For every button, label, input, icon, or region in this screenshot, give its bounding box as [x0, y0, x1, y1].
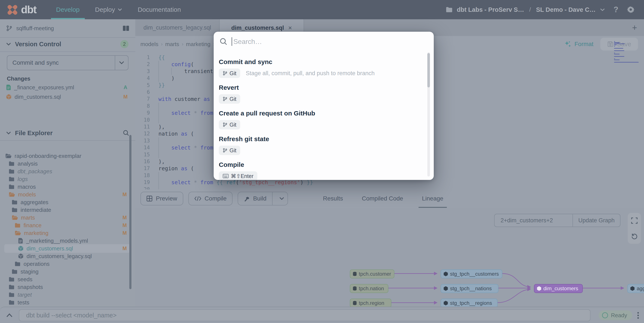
code-token: as — [181, 131, 187, 137]
folder-open-icon — [8, 192, 15, 197]
dbt-logo[interactable]: dbt — [7, 4, 36, 16]
command-placeholder: dbt build --select <model_name> — [26, 312, 116, 319]
lineage-node-stg-tpch-customers[interactable]: stg_tpch__customers — [440, 269, 502, 278]
tree-folder-finance[interactable]: financeM — [0, 221, 135, 229]
changed-file-row[interactable]: _finance_exposures.ymlA — [6, 83, 128, 92]
palette-scrollbar-thumb[interactable] — [427, 53, 430, 87]
tree-folder-seeds[interactable]: seeds — [0, 275, 135, 283]
breadcrumb-item[interactable]: marts — [165, 41, 179, 48]
chevron-down-icon[interactable] — [600, 8, 605, 11]
help-icon[interactable]: ? — [614, 5, 618, 14]
build-options-dropdown[interactable] — [276, 192, 288, 205]
code-line: select * from {{ ref('stg_tpch__regions'… — [158, 179, 610, 186]
palette-item-revert[interactable]: RevertGit — [219, 84, 421, 104]
lineage-node-dim-customers[interactable]: dim_customers — [534, 284, 583, 293]
git-chip: Git — [219, 69, 240, 78]
tree-folder-macros[interactable]: macros — [0, 183, 135, 191]
new-tab-button[interactable]: + — [625, 19, 644, 36]
lineage-node-tpch-region[interactable]: tpch.region — [350, 298, 391, 307]
palette-item-commit-and-sync[interactable]: Commit and syncGitStage all, commit, pul… — [219, 58, 421, 78]
palette-item-refresh-git-state[interactable]: Refresh git stateGit — [219, 135, 421, 155]
tree-file-dim-customers-legacy-sql[interactable]: dim_customers_legacy.sql — [0, 252, 135, 260]
changed-file-name: _finance_exposures.yml — [14, 84, 122, 91]
tab-label: dim_customers.sql — [231, 25, 284, 31]
folder-open-icon — [12, 215, 18, 220]
build-button[interactable]: Build — [238, 192, 288, 205]
tree-item-label: marketing — [24, 230, 122, 236]
result-tab-results[interactable]: Results — [314, 189, 352, 208]
tree-folder-aggregates[interactable]: aggregates — [0, 198, 135, 206]
tree-item-label: staging — [20, 268, 135, 275]
tree-file--marketing-models-yml[interactable]: _marketing__models.yml — [0, 237, 135, 245]
nav-item-documentation[interactable]: Documentation — [130, 0, 188, 19]
environment-selector[interactable]: SL Demo - Dave C… — [536, 6, 596, 13]
lineage-selector-input[interactable]: 2+dim_customers+2 — [494, 214, 572, 227]
tree-file-dim-customers-sql[interactable]: dim_customers.sqlM — [0, 245, 135, 252]
palette-search-row[interactable]: Search… — [214, 32, 434, 51]
tree-folder-rapid-onboarding-exemplar[interactable]: rapid-onboarding-exemplar — [0, 152, 135, 160]
lineage-node-stg-tpch-regions[interactable]: stg_tpch__regions — [440, 298, 498, 307]
close-icon[interactable]: × — [288, 24, 292, 32]
lineage-node-agg-regions-segments[interactable]: agg_regions_segments — [627, 284, 644, 293]
dbt-logo-text: dbt — [21, 4, 36, 16]
result-tab-lineage[interactable]: Lineage — [412, 189, 453, 208]
tree-item-label: logs — [18, 176, 135, 182]
minimap-line — [614, 45, 616, 45]
commit-options-dropdown[interactable] — [115, 56, 128, 70]
update-graph-button[interactable]: Update Graph — [572, 214, 620, 227]
collapse-panel-icon[interactable] — [0, 313, 19, 317]
nav-item-develop[interactable]: Develop — [48, 0, 87, 19]
tree-folder-staging[interactable]: staging — [0, 268, 135, 275]
minimap-line — [614, 60, 620, 60]
tree-folder-logs[interactable]: logs — [0, 175, 135, 183]
tree-folder-analysis[interactable]: analysis — [0, 160, 135, 167]
tree-folder-marts[interactable]: martsM — [0, 214, 135, 221]
indent-guide — [158, 109, 159, 116]
preview-button[interactable]: Preview — [140, 192, 183, 205]
code-minimap[interactable] — [614, 41, 642, 61]
nav-item-deploy[interactable]: Deploy — [87, 0, 130, 19]
code-token: ) — [158, 75, 174, 81]
tree-folder-intermediate[interactable]: intermediate — [0, 206, 135, 214]
line-number: 18 — [135, 172, 150, 179]
lineage-node-tpch-customer[interactable]: tpch.customer — [350, 269, 394, 278]
lineage-node-label: stg_tpch__regions — [450, 300, 492, 306]
tree-folder-tests[interactable]: tests — [0, 298, 135, 306]
breadcrumb-item[interactable]: marketing — [186, 41, 210, 48]
tree-folder-target[interactable]: target — [0, 291, 135, 298]
nav-items: DevelopDeployDocumentation — [48, 0, 188, 19]
version-control-header[interactable]: Version Control 2 — [6, 38, 129, 51]
line-number: 9 — [135, 109, 150, 116]
model-cube-icon — [443, 286, 448, 291]
command-input[interactable]: dbt build --select <model_name> — [19, 309, 590, 321]
lineage-node-label: tpch.region — [359, 300, 384, 306]
project-selector[interactable]: dbt Labs - ProServ S… — [457, 6, 524, 13]
tree-folder-operations[interactable]: operations — [0, 260, 135, 268]
fullscreen-icon[interactable] — [631, 217, 638, 224]
reset-view-icon[interactable] — [631, 233, 638, 239]
kebab-menu-icon[interactable] — [637, 312, 639, 319]
line-number: 20 — [135, 186, 150, 189]
editor-tab[interactable]: dim_customers_legacy.sql — [135, 19, 220, 36]
commit-and-sync-button[interactable]: Commit and sync — [7, 55, 128, 70]
tree-folder-models[interactable]: modelsM — [0, 191, 135, 198]
tree-folder-snapshots[interactable]: snapshots — [0, 283, 135, 291]
compile-button[interactable]: Compile — [188, 192, 233, 205]
open-docs-panel-icon[interactable] — [122, 25, 129, 31]
git-branch-row[interactable]: sqlfluff-meeting — [6, 23, 129, 34]
preview-label: Preview — [156, 195, 177, 202]
changed-file-row[interactable]: dim_customers.sqlM — [6, 93, 128, 101]
file-tree-scrollbar[interactable] — [129, 135, 132, 289]
git-badge-label: Git — [230, 122, 236, 128]
settings-gear-icon[interactable] — [627, 6, 634, 14]
tree-folder-marketing[interactable]: marketingM — [0, 229, 135, 237]
format-button[interactable]: Format — [564, 41, 594, 48]
palette-item-compile[interactable]: Compile⌘⇧Enter — [219, 161, 421, 180]
lineage-node-tpch-nation[interactable]: tpch.nation — [350, 284, 388, 293]
palette-item-create-a-pull-request-on-github[interactable]: Create a pull request on GitHubGit — [219, 110, 421, 129]
breadcrumb-item[interactable]: models — [140, 41, 158, 48]
tree-item-label: snapshots — [18, 284, 135, 290]
lineage-node-stg-tpch-nations[interactable]: stg_tpch__nations — [440, 284, 498, 293]
result-tab-compiled-code[interactable]: Compiled Code — [352, 189, 412, 208]
tree-folder-dbt-packages[interactable]: dbt_packages — [0, 167, 135, 175]
